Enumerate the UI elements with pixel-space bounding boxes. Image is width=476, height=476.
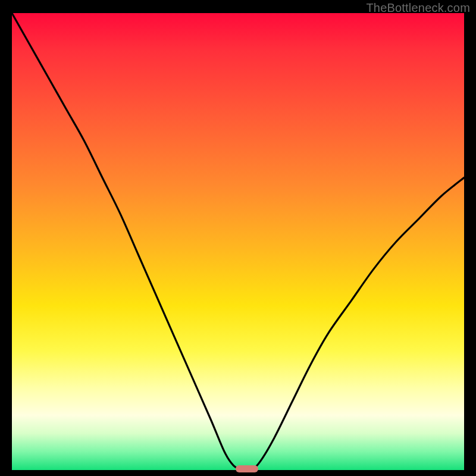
watermark-text: TheBottleneck.com	[366, 1, 470, 15]
bottleneck-curve	[12, 13, 464, 470]
chart-frame	[7, 13, 469, 475]
optimum-marker	[236, 465, 258, 472]
curve-path	[12, 13, 464, 471]
gradient-plot-area	[12, 13, 464, 470]
